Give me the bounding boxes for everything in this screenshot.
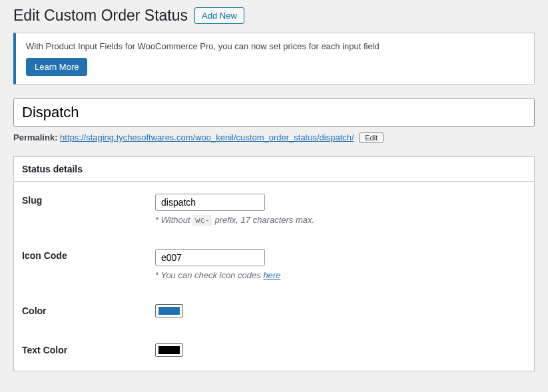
- color-swatch: [158, 307, 180, 315]
- slug-input[interactable]: [155, 194, 265, 211]
- learn-more-button[interactable]: Learn More: [26, 58, 87, 76]
- metabox-title: Status details: [22, 164, 526, 174]
- promo-text: With Product Input Fields for WooCommerc…: [26, 41, 524, 51]
- text-color-label: Text Color: [14, 331, 147, 371]
- add-new-button[interactable]: Add New: [194, 7, 244, 24]
- permalink-link[interactable]: https://staging.tychesoftwares.com/woo_k…: [60, 132, 354, 142]
- icon-code-label: Icon Code: [14, 237, 147, 292]
- color-picker[interactable]: [155, 304, 183, 317]
- slug-label: Slug: [14, 182, 147, 237]
- text-color-picker[interactable]: [155, 343, 183, 357]
- post-title-input[interactable]: [13, 98, 535, 127]
- icon-code-hint: * You can check icon codes here: [155, 270, 526, 280]
- icon-code-input[interactable]: [155, 249, 265, 266]
- edit-permalink-button[interactable]: Edit: [359, 132, 384, 143]
- icon-codes-link[interactable]: here: [263, 270, 280, 280]
- color-label: Color: [14, 292, 147, 331]
- text-color-swatch: [158, 346, 180, 354]
- promo-notice: With Product Input Fields for WooCommerc…: [13, 33, 535, 85]
- permalink-label: Permalink:: [13, 132, 57, 142]
- status-details-metabox: Status details Slug * Without wc- prefix…: [13, 156, 535, 371]
- slug-hint: * Without wc- prefix, 17 characters max.: [155, 215, 526, 225]
- permalink-row: Permalink: https://staging.tychesoftware…: [13, 132, 535, 143]
- page-title: Edit Custom Order Status: [13, 7, 188, 25]
